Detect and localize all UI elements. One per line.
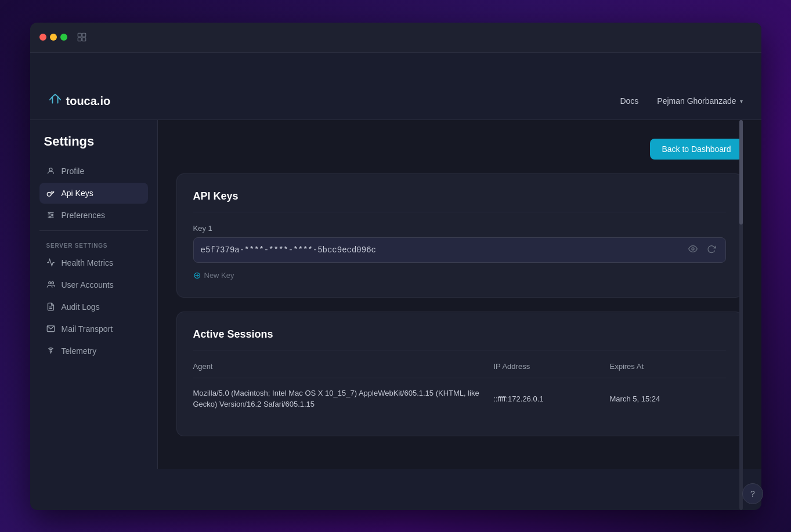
active-sessions-title: Active Sessions [193, 328, 726, 350]
sidebar-item-mail-transport-label: Mail Transport [62, 324, 113, 334]
svg-point-19 [692, 248, 694, 250]
plus-icon: ⊕ [193, 270, 201, 281]
session-agent-text: Mozilla/5.0 (Macintosh; Intel Mac OS X 1… [193, 388, 494, 410]
logo[interactable]: touca.io [49, 93, 111, 109]
user-name: Pejman Ghorbanzade [657, 96, 736, 106]
session-expires-text: March 5, 15:24 [610, 388, 726, 410]
table-row: Mozilla/5.0 (Macintosh; Intel Mac OS X 1… [193, 378, 726, 419]
scrollbar-track[interactable] [739, 120, 743, 510]
sidebar-item-preferences[interactable]: Preferences [39, 205, 148, 226]
api-keys-card: API Keys Key 1 e5f7379a-****-****-****-5… [176, 173, 743, 298]
sidebar-item-telemetry-label: Telemetry [62, 346, 97, 356]
svg-point-5 [47, 192, 51, 196]
svg-point-12 [49, 282, 51, 284]
back-to-dashboard-button[interactable]: Back to Dashboard [650, 139, 742, 160]
radio-icon [46, 346, 56, 356]
show-key-button[interactable] [686, 242, 700, 258]
top-header: touca.io Docs Pejman Ghorbanzade ▾ [30, 83, 761, 120]
sidebar-item-telemetry[interactable]: Telemetry [39, 341, 148, 361]
sidebar-item-profile[interactable]: Profile [39, 161, 148, 182]
titlebar [30, 23, 761, 53]
user-icon [46, 167, 56, 176]
svg-point-4 [49, 168, 52, 171]
settings-title: Settings [39, 134, 148, 149]
session-ip-text: ::ffff:172.26.0.1 [494, 388, 610, 410]
sidebar-item-audit-logs[interactable]: Audit Logs [39, 296, 148, 317]
sidebar-item-preferences-label: Preferences [62, 211, 105, 220]
mail-icon [46, 324, 56, 334]
maximize-button[interactable] [60, 34, 67, 41]
sessions-table: Agent IP Address Expires At Mozilla/5.0 … [193, 362, 726, 419]
column-agent: Agent [193, 362, 494, 371]
close-button[interactable] [39, 34, 46, 41]
svg-point-13 [52, 282, 54, 284]
svg-rect-0 [78, 33, 81, 37]
key-icon [46, 189, 56, 198]
docs-link[interactable]: Docs [620, 96, 638, 106]
logo-text: touca.io [66, 95, 111, 108]
sidebar-item-audit-logs-label: Audit Logs [62, 302, 100, 312]
window-icon [77, 32, 87, 42]
file-icon [46, 302, 56, 312]
server-settings-label: SERVER SETTINGS [39, 236, 148, 252]
svg-point-10 [52, 214, 53, 216]
scrollbar-thumb[interactable] [739, 120, 743, 225]
column-ip: IP Address [494, 362, 610, 371]
sidebar-item-user-accounts-label: User Accounts [62, 280, 114, 289]
column-expires: Expires At [610, 362, 726, 371]
minimize-button[interactable] [50, 34, 57, 41]
svg-rect-2 [78, 38, 81, 41]
svg-rect-1 [82, 33, 85, 37]
svg-point-9 [49, 212, 50, 214]
users-icon [46, 280, 56, 289]
svg-point-11 [49, 216, 51, 218]
user-menu[interactable]: Pejman Ghorbanzade ▾ [657, 96, 742, 106]
svg-point-17 [50, 351, 52, 353]
new-key-row[interactable]: ⊕ New Key [193, 270, 726, 281]
sidebar-item-user-accounts[interactable]: User Accounts [39, 274, 148, 295]
active-sessions-card: Active Sessions Agent IP Address Expires… [176, 312, 743, 436]
sidebar-item-mail-transport[interactable]: Mail Transport [39, 319, 148, 339]
sidebar-item-profile-label: Profile [62, 167, 85, 176]
key1-input-row: e5f7379a-****-****-****-5bcc9ecd096c [193, 237, 726, 263]
activity-icon [46, 258, 56, 267]
page-header-row: Back to Dashboard [176, 139, 743, 160]
logo-icon [49, 93, 62, 109]
refresh-key-button[interactable] [705, 242, 718, 258]
svg-rect-3 [82, 38, 85, 41]
sidebar-item-api-keys-label: Api Keys [62, 189, 93, 198]
key1-value: e5f7379a-****-****-****-5bcc9ecd096c [201, 245, 686, 255]
sessions-header: Agent IP Address Expires At [193, 362, 726, 378]
sidebar-item-api-keys[interactable]: Api Keys [39, 183, 148, 204]
help-button[interactable]: ? [742, 483, 763, 504]
new-key-label: New Key [204, 271, 234, 280]
main-content: Back to Dashboard API Keys Key 1 e5f7379… [158, 120, 761, 469]
chevron-down-icon: ▾ [740, 98, 743, 104]
api-keys-title: API Keys [193, 190, 726, 212]
divider [39, 230, 148, 231]
sidebar-item-health-metrics[interactable]: Health Metrics [39, 252, 148, 273]
sliders-icon [46, 211, 56, 220]
key1-label: Key 1 [193, 224, 726, 233]
sidebar-item-health-metrics-label: Health Metrics [62, 258, 113, 267]
sidebar: Settings Profile [30, 120, 158, 469]
